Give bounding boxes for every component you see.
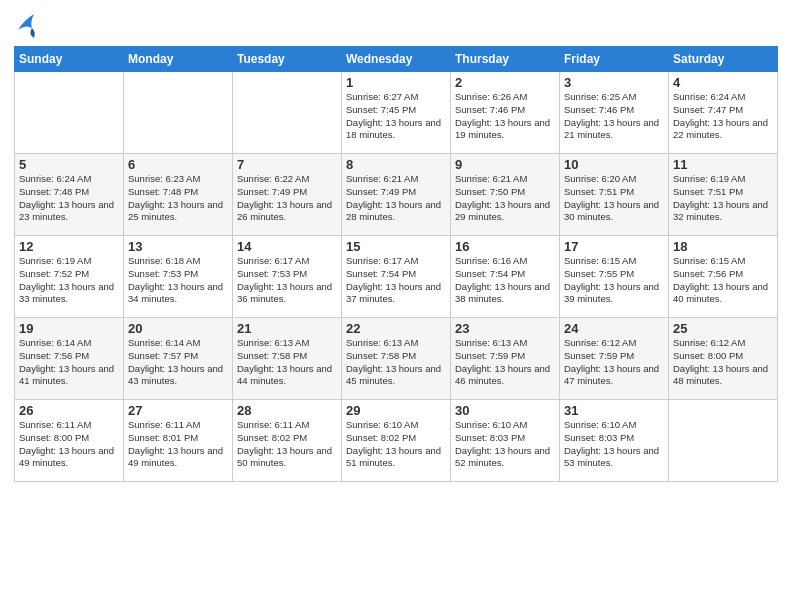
day-number: 4: [673, 75, 773, 90]
day-number: 23: [455, 321, 555, 336]
calendar-cell: 16Sunrise: 6:16 AM Sunset: 7:54 PM Dayli…: [451, 236, 560, 318]
day-number: 29: [346, 403, 446, 418]
day-info: Sunrise: 6:15 AM Sunset: 7:55 PM Dayligh…: [564, 255, 664, 306]
calendar-page: SundayMondayTuesdayWednesdayThursdayFrid…: [0, 0, 792, 612]
calendar-cell: 24Sunrise: 6:12 AM Sunset: 7:59 PM Dayli…: [560, 318, 669, 400]
day-info: Sunrise: 6:19 AM Sunset: 7:52 PM Dayligh…: [19, 255, 119, 306]
day-info: Sunrise: 6:23 AM Sunset: 7:48 PM Dayligh…: [128, 173, 228, 224]
day-number: 27: [128, 403, 228, 418]
day-number: 13: [128, 239, 228, 254]
day-number: 14: [237, 239, 337, 254]
day-number: 24: [564, 321, 664, 336]
calendar-table: SundayMondayTuesdayWednesdayThursdayFrid…: [14, 46, 778, 482]
calendar-cell: 10Sunrise: 6:20 AM Sunset: 7:51 PM Dayli…: [560, 154, 669, 236]
calendar-cell: 27Sunrise: 6:11 AM Sunset: 8:01 PM Dayli…: [124, 400, 233, 482]
day-number: 31: [564, 403, 664, 418]
calendar-cell: 1Sunrise: 6:27 AM Sunset: 7:45 PM Daylig…: [342, 72, 451, 154]
calendar-cell: 11Sunrise: 6:19 AM Sunset: 7:51 PM Dayli…: [669, 154, 778, 236]
calendar-cell: [124, 72, 233, 154]
day-number: 21: [237, 321, 337, 336]
day-number: 28: [237, 403, 337, 418]
day-info: Sunrise: 6:16 AM Sunset: 7:54 PM Dayligh…: [455, 255, 555, 306]
day-info: Sunrise: 6:19 AM Sunset: 7:51 PM Dayligh…: [673, 173, 773, 224]
day-number: 8: [346, 157, 446, 172]
day-number: 7: [237, 157, 337, 172]
day-info: Sunrise: 6:10 AM Sunset: 8:03 PM Dayligh…: [564, 419, 664, 470]
calendar-cell: 18Sunrise: 6:15 AM Sunset: 7:56 PM Dayli…: [669, 236, 778, 318]
weekday-header-sunday: Sunday: [15, 47, 124, 72]
day-number: 10: [564, 157, 664, 172]
calendar-cell: 29Sunrise: 6:10 AM Sunset: 8:02 PM Dayli…: [342, 400, 451, 482]
day-info: Sunrise: 6:22 AM Sunset: 7:49 PM Dayligh…: [237, 173, 337, 224]
calendar-cell: 31Sunrise: 6:10 AM Sunset: 8:03 PM Dayli…: [560, 400, 669, 482]
calendar-cell: 30Sunrise: 6:10 AM Sunset: 8:03 PM Dayli…: [451, 400, 560, 482]
day-number: 12: [19, 239, 119, 254]
day-info: Sunrise: 6:13 AM Sunset: 7:58 PM Dayligh…: [237, 337, 337, 388]
calendar-cell: 15Sunrise: 6:17 AM Sunset: 7:54 PM Dayli…: [342, 236, 451, 318]
day-number: 18: [673, 239, 773, 254]
calendar-cell: 19Sunrise: 6:14 AM Sunset: 7:56 PM Dayli…: [15, 318, 124, 400]
calendar-cell: 5Sunrise: 6:24 AM Sunset: 7:48 PM Daylig…: [15, 154, 124, 236]
day-info: Sunrise: 6:14 AM Sunset: 7:57 PM Dayligh…: [128, 337, 228, 388]
day-number: 2: [455, 75, 555, 90]
day-info: Sunrise: 6:26 AM Sunset: 7:46 PM Dayligh…: [455, 91, 555, 142]
day-info: Sunrise: 6:18 AM Sunset: 7:53 PM Dayligh…: [128, 255, 228, 306]
day-number: 11: [673, 157, 773, 172]
day-info: Sunrise: 6:15 AM Sunset: 7:56 PM Dayligh…: [673, 255, 773, 306]
day-info: Sunrise: 6:12 AM Sunset: 7:59 PM Dayligh…: [564, 337, 664, 388]
day-info: Sunrise: 6:11 AM Sunset: 8:00 PM Dayligh…: [19, 419, 119, 470]
calendar-cell: 2Sunrise: 6:26 AM Sunset: 7:46 PM Daylig…: [451, 72, 560, 154]
day-info: Sunrise: 6:24 AM Sunset: 7:48 PM Dayligh…: [19, 173, 119, 224]
day-info: Sunrise: 6:21 AM Sunset: 7:50 PM Dayligh…: [455, 173, 555, 224]
weekday-header-saturday: Saturday: [669, 47, 778, 72]
logo: [14, 10, 38, 38]
weekday-header-row: SundayMondayTuesdayWednesdayThursdayFrid…: [15, 47, 778, 72]
weekday-header-wednesday: Wednesday: [342, 47, 451, 72]
day-number: 6: [128, 157, 228, 172]
day-info: Sunrise: 6:17 AM Sunset: 7:53 PM Dayligh…: [237, 255, 337, 306]
calendar-cell: [233, 72, 342, 154]
calendar-cell: 21Sunrise: 6:13 AM Sunset: 7:58 PM Dayli…: [233, 318, 342, 400]
day-info: Sunrise: 6:10 AM Sunset: 8:02 PM Dayligh…: [346, 419, 446, 470]
day-number: 25: [673, 321, 773, 336]
weekday-header-monday: Monday: [124, 47, 233, 72]
day-number: 15: [346, 239, 446, 254]
day-number: 3: [564, 75, 664, 90]
day-info: Sunrise: 6:27 AM Sunset: 7:45 PM Dayligh…: [346, 91, 446, 142]
logo-bird-icon: [16, 10, 38, 38]
day-info: Sunrise: 6:21 AM Sunset: 7:49 PM Dayligh…: [346, 173, 446, 224]
calendar-cell: 3Sunrise: 6:25 AM Sunset: 7:46 PM Daylig…: [560, 72, 669, 154]
calendar-cell: 20Sunrise: 6:14 AM Sunset: 7:57 PM Dayli…: [124, 318, 233, 400]
calendar-cell: 14Sunrise: 6:17 AM Sunset: 7:53 PM Dayli…: [233, 236, 342, 318]
weekday-header-thursday: Thursday: [451, 47, 560, 72]
calendar-cell: 4Sunrise: 6:24 AM Sunset: 7:47 PM Daylig…: [669, 72, 778, 154]
day-info: Sunrise: 6:11 AM Sunset: 8:01 PM Dayligh…: [128, 419, 228, 470]
day-number: 26: [19, 403, 119, 418]
calendar-cell: 23Sunrise: 6:13 AM Sunset: 7:59 PM Dayli…: [451, 318, 560, 400]
week-row-1: 1Sunrise: 6:27 AM Sunset: 7:45 PM Daylig…: [15, 72, 778, 154]
day-info: Sunrise: 6:20 AM Sunset: 7:51 PM Dayligh…: [564, 173, 664, 224]
day-info: Sunrise: 6:25 AM Sunset: 7:46 PM Dayligh…: [564, 91, 664, 142]
calendar-cell: 26Sunrise: 6:11 AM Sunset: 8:00 PM Dayli…: [15, 400, 124, 482]
day-number: 19: [19, 321, 119, 336]
day-info: Sunrise: 6:10 AM Sunset: 8:03 PM Dayligh…: [455, 419, 555, 470]
calendar-cell: 28Sunrise: 6:11 AM Sunset: 8:02 PM Dayli…: [233, 400, 342, 482]
day-number: 1: [346, 75, 446, 90]
calendar-cell: 8Sunrise: 6:21 AM Sunset: 7:49 PM Daylig…: [342, 154, 451, 236]
calendar-cell: [669, 400, 778, 482]
calendar-cell: 22Sunrise: 6:13 AM Sunset: 7:58 PM Dayli…: [342, 318, 451, 400]
calendar-cell: 25Sunrise: 6:12 AM Sunset: 8:00 PM Dayli…: [669, 318, 778, 400]
calendar-cell: 12Sunrise: 6:19 AM Sunset: 7:52 PM Dayli…: [15, 236, 124, 318]
weekday-header-friday: Friday: [560, 47, 669, 72]
weekday-header-tuesday: Tuesday: [233, 47, 342, 72]
calendar-cell: 9Sunrise: 6:21 AM Sunset: 7:50 PM Daylig…: [451, 154, 560, 236]
calendar-cell: 13Sunrise: 6:18 AM Sunset: 7:53 PM Dayli…: [124, 236, 233, 318]
day-info: Sunrise: 6:13 AM Sunset: 7:59 PM Dayligh…: [455, 337, 555, 388]
calendar-cell: 7Sunrise: 6:22 AM Sunset: 7:49 PM Daylig…: [233, 154, 342, 236]
day-number: 20: [128, 321, 228, 336]
week-row-2: 5Sunrise: 6:24 AM Sunset: 7:48 PM Daylig…: [15, 154, 778, 236]
day-info: Sunrise: 6:11 AM Sunset: 8:02 PM Dayligh…: [237, 419, 337, 470]
day-info: Sunrise: 6:24 AM Sunset: 7:47 PM Dayligh…: [673, 91, 773, 142]
header: [14, 10, 778, 38]
week-row-4: 19Sunrise: 6:14 AM Sunset: 7:56 PM Dayli…: [15, 318, 778, 400]
